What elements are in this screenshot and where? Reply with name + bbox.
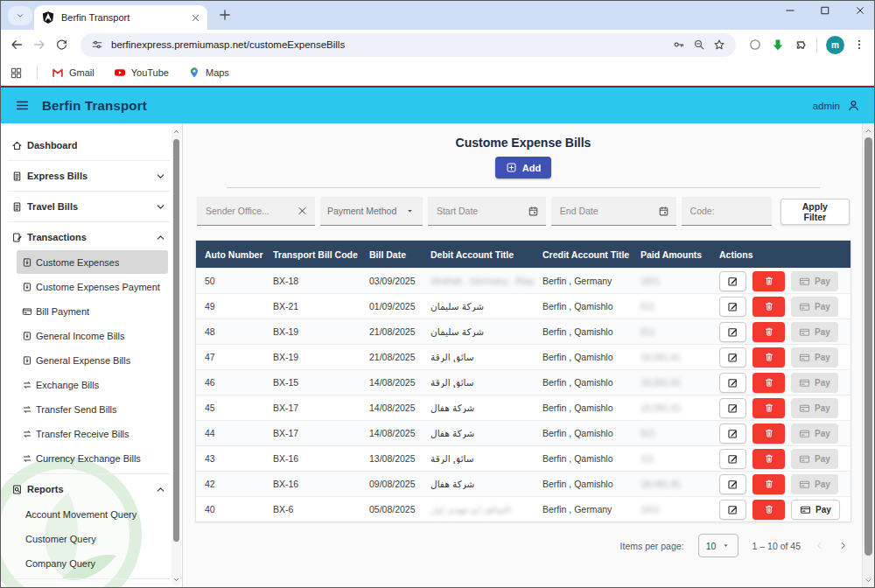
sidebar-item-express-bills[interactable]: Express Bills (8, 164, 170, 188)
sidebar-item-transactions[interactable]: Transactions (8, 225, 170, 249)
sidebar-item-management[interactable]: Management (8, 582, 170, 587)
end-date-input[interactable] (558, 205, 654, 217)
scroll-up-icon[interactable] (172, 128, 180, 136)
end-date-field[interactable] (551, 197, 676, 226)
scroll-up-icon[interactable] (864, 127, 872, 135)
delete-button[interactable] (752, 373, 785, 393)
bookmark-youtube[interactable]: YouTube (114, 66, 169, 79)
sidebar-scrollbar-thumb[interactable] (173, 139, 179, 542)
sender-office-input[interactable] (204, 205, 293, 217)
code-input[interactable] (689, 205, 765, 217)
tab-close-icon[interactable] (191, 13, 200, 23)
delete-button[interactable] (752, 424, 785, 444)
start-date-input[interactable] (435, 205, 524, 217)
sidebar-subitem-account-movement-query[interactable]: Account Movement Query (20, 502, 168, 526)
sidebar-subitem-custome-expenses[interactable]: Custome Expenses (17, 250, 168, 274)
delete-button[interactable] (752, 297, 785, 317)
sidebar-subitem-exchange-bills[interactable]: Exchange Bills (17, 373, 168, 396)
new-tab-button[interactable] (218, 8, 232, 22)
sidebar-item-dashboard[interactable]: Dashboard (8, 133, 170, 158)
bookmark-star-icon[interactable] (713, 38, 725, 51)
code-field[interactable] (682, 197, 772, 226)
calendar-icon[interactable] (528, 206, 539, 217)
scroll-down-icon[interactable] (864, 577, 872, 584)
delete-button[interactable] (752, 474, 785, 494)
sidebar-subitem-general-income-bills[interactable]: General Income Bills (17, 324, 168, 347)
pay-button[interactable]: Pay (791, 398, 838, 418)
delete-button[interactable] (752, 398, 785, 418)
sidebar-subitem-company-query[interactable]: Company Query (20, 551, 168, 575)
pay-button[interactable]: Pay (791, 424, 838, 444)
address-bar[interactable]: berfinexpress.premiumasp.net/customeExpe… (80, 33, 736, 57)
tab-search-button[interactable] (8, 6, 32, 25)
edit-button[interactable] (719, 297, 746, 317)
next-page-icon[interactable] (838, 541, 848, 550)
sender-office-field[interactable] (197, 197, 315, 226)
delete-button[interactable] (752, 271, 785, 291)
pay-button[interactable]: Pay (791, 297, 838, 317)
sidebar-scrollbar[interactable] (172, 125, 181, 585)
maximize-icon[interactable] (820, 5, 830, 16)
delete-button[interactable] (752, 322, 785, 342)
sidebar-item-reports[interactable]: Reports (8, 477, 170, 501)
user-menu[interactable]: admin (813, 99, 860, 112)
edit-button[interactable] (719, 500, 746, 520)
delete-button[interactable] (752, 347, 785, 368)
bookmark-maps[interactable]: Maps (188, 66, 229, 79)
bookmark-gmail[interactable]: Gmail (52, 66, 94, 79)
apply-filter-button[interactable]: Apply Filter (780, 199, 850, 225)
browser-menu-icon[interactable] (853, 38, 865, 51)
edit-button[interactable] (719, 424, 746, 444)
sidebar-item-travel-bills[interactable]: Travel Bills (8, 194, 170, 219)
pay-button[interactable]: Pay (791, 271, 838, 291)
site-settings-icon[interactable] (91, 38, 103, 51)
page-scrollbar-thumb[interactable] (864, 137, 872, 556)
edit-button[interactable] (719, 271, 746, 291)
profile-avatar[interactable]: m (826, 36, 844, 54)
pay-button[interactable]: Pay (791, 449, 838, 469)
extensions-icon[interactable] (794, 38, 808, 52)
sidebar-subitem-transfer-receive-bills[interactable]: Transfer Receive Bills (17, 422, 168, 445)
pay-button[interactable]: Pay (791, 347, 838, 368)
download-icon[interactable] (771, 38, 785, 52)
apps-grid-icon[interactable] (10, 66, 23, 80)
reload-icon[interactable] (55, 38, 68, 52)
add-button[interactable]: Add (495, 157, 551, 178)
edit-button[interactable] (719, 474, 746, 494)
edit-button[interactable] (719, 449, 746, 469)
edit-button[interactable] (719, 398, 746, 418)
sidebar-subitem-custome-expenses-payment[interactable]: Custome Expenses Payment (17, 275, 168, 298)
delete-button[interactable] (752, 449, 785, 469)
edit-button[interactable] (719, 373, 746, 393)
sidebar-group: Express Bills (8, 161, 170, 192)
sidebar-subitem-bill-payment[interactable]: Bill Payment (17, 299, 168, 323)
start-date-field[interactable] (428, 197, 546, 226)
sidebar-subitem-currency-exchange-bills[interactable]: Currency Exchange Bills (17, 446, 168, 470)
window-close-icon[interactable] (855, 5, 865, 16)
sidebar-subitem-general-expense-bills[interactable]: General Expense Bills (17, 348, 168, 372)
payment-method-select[interactable]: Payment Method (320, 197, 423, 226)
password-key-icon[interactable] (673, 38, 685, 51)
page-scrollbar[interactable] (862, 123, 874, 587)
browser-tab[interactable]: Berfin Transport (34, 5, 207, 30)
zoom-icon[interactable] (693, 38, 705, 51)
page-size-select[interactable]: 10 (698, 534, 738, 557)
sidebar-subitem-customer-query[interactable]: Customer Query (20, 527, 168, 550)
pay-button[interactable]: Pay (791, 373, 838, 393)
delete-button[interactable] (752, 500, 785, 520)
hamburger-menu-icon[interactable] (15, 98, 30, 113)
sidebar-subitem-transfer-send-bills[interactable]: Transfer Send Bills (17, 397, 168, 421)
scroll-down-icon[interactable] (172, 576, 180, 584)
back-icon[interactable] (10, 38, 24, 52)
clear-icon[interactable] (297, 206, 308, 216)
pay-button[interactable]: Pay (791, 474, 838, 494)
edit-button[interactable] (719, 347, 746, 368)
pay-button[interactable]: Pay (791, 500, 840, 520)
previous-page-icon[interactable] (815, 541, 824, 550)
forward-icon[interactable] (32, 38, 46, 52)
extension-badge-icon[interactable] (748, 38, 762, 52)
minimize-icon[interactable] (785, 5, 795, 16)
calendar-icon[interactable] (658, 206, 669, 217)
edit-button[interactable] (719, 322, 746, 342)
pay-button[interactable]: Pay (791, 322, 838, 342)
